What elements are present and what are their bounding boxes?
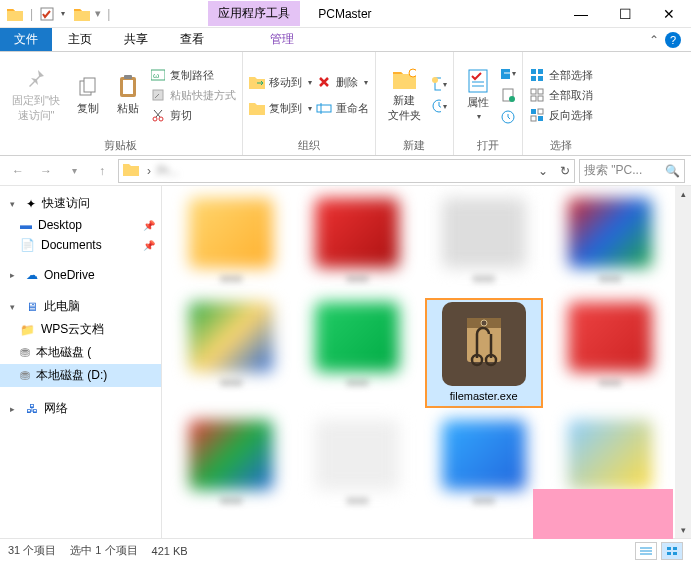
svg-rect-30: [531, 96, 536, 101]
sidebar-item-disk-d[interactable]: ⛃本地磁盘 (D:): [0, 364, 161, 387]
tab-manage[interactable]: 管理: [254, 28, 310, 51]
dropdown-icon[interactable]: ⌄: [538, 164, 548, 178]
delete-icon: [316, 74, 332, 90]
file-item[interactable]: xxxx: [551, 194, 669, 290]
tab-view[interactable]: 查看: [164, 28, 220, 51]
svg-point-38: [481, 320, 487, 326]
search-input[interactable]: 搜索 "PC... 🔍: [579, 159, 685, 183]
svg-point-10: [159, 117, 163, 121]
paste-shortcut-button[interactable]: 粘贴快捷方式: [150, 87, 236, 103]
file-item-selected[interactable]: filemaster.exe: [425, 298, 543, 408]
recent-dropdown[interactable]: ▾: [62, 159, 86, 183]
file-item[interactable]: xxxx: [172, 194, 290, 290]
new-folder-button[interactable]: 新建 文件夹: [382, 63, 427, 127]
tab-file[interactable]: 文件: [0, 28, 52, 51]
svg-point-15: [432, 77, 438, 83]
sidebar-item-network[interactable]: ▸🖧网络: [0, 397, 161, 420]
file-item[interactable]: xxxx: [172, 298, 290, 408]
file-item[interactable]: xxxx: [298, 416, 416, 512]
separator: |: [30, 7, 33, 21]
sidebar-item-this-pc[interactable]: ▾🖥此电脑: [0, 295, 161, 318]
titlebar: | ▾ ▾ | 应用程序工具 PCMaster — ☐ ✕: [0, 0, 691, 28]
sidebar-item-disk-c[interactable]: ⛃本地磁盘 (: [0, 341, 161, 364]
paste-button[interactable]: 粘贴: [110, 71, 146, 120]
folder-move-icon: [249, 74, 265, 90]
cut-button[interactable]: 剪切: [150, 107, 236, 123]
minimize-button[interactable]: —: [559, 0, 603, 28]
help-icon[interactable]: ?: [665, 32, 681, 48]
overflow-icon[interactable]: ▾: [95, 7, 101, 20]
pin-to-quick-access-button[interactable]: 固定到"快 速访问": [6, 63, 66, 127]
sidebar-item-quick-access[interactable]: ▾✦快速访问: [0, 192, 161, 215]
folder-icon: [123, 162, 141, 180]
copy-path-button[interactable]: ω复制路径: [150, 67, 236, 83]
address-field[interactable]: › Pr... ⌄ ↻: [118, 159, 575, 183]
ribbon-group-select: 选择: [550, 138, 572, 153]
checkbox-icon[interactable]: [39, 6, 55, 22]
easy-access-icon[interactable]: ▾: [431, 98, 447, 114]
file-item[interactable]: xxxx: [425, 416, 543, 512]
new-item-icon[interactable]: ▾: [431, 76, 447, 92]
select-none-button[interactable]: 全部取消: [529, 87, 593, 103]
select-all-button[interactable]: 全部选择: [529, 67, 593, 83]
file-item[interactable]: xxxx: [298, 298, 416, 408]
copy-to-button[interactable]: 复制到▾: [249, 100, 312, 116]
open-icon[interactable]: ▾: [500, 65, 516, 81]
desktop-icon: ▬: [20, 218, 32, 232]
history-icon[interactable]: [500, 109, 516, 125]
ribbon-group-organize: 组织: [298, 138, 320, 153]
thumbnails-view-button[interactable]: [661, 542, 683, 560]
separator: |: [107, 7, 110, 21]
chevron-down-icon: ▾: [477, 112, 481, 121]
rename-icon: [316, 100, 332, 116]
delete-button[interactable]: 删除▾: [316, 74, 369, 90]
close-button[interactable]: ✕: [647, 0, 691, 28]
collapse-ribbon-icon[interactable]: ⌃: [649, 33, 659, 47]
search-icon: 🔍: [665, 164, 680, 178]
svg-text:ω: ω: [153, 71, 159, 80]
copy-button[interactable]: 复制: [70, 71, 106, 120]
new-folder-icon: [392, 67, 416, 91]
sidebar-item-onedrive[interactable]: ▸☁OneDrive: [0, 265, 161, 285]
file-list[interactable]: xxxx xxxx xxxx xxxx xxxx xxxx filema: [162, 186, 691, 538]
svg-rect-32: [531, 109, 536, 114]
rename-button[interactable]: 重命名: [316, 100, 369, 116]
invert-selection-button[interactable]: 反向选择: [529, 107, 593, 123]
refresh-icon[interactable]: ↻: [560, 164, 570, 178]
status-size: 421 KB: [152, 545, 188, 557]
ribbon: 固定到"快 速访问" 复制 粘贴 ω复制路径 粘贴快捷方式 剪切 剪贴板 移动到…: [0, 52, 691, 156]
wps-icon: 📁: [20, 323, 35, 337]
select-all-icon: [529, 67, 545, 83]
scrollbar[interactable]: ▴ ▾: [675, 186, 691, 538]
scroll-down-icon[interactable]: ▾: [675, 522, 691, 538]
file-item[interactable]: xxxx: [425, 194, 543, 290]
svg-rect-45: [673, 547, 677, 550]
file-item[interactable]: xxxx: [551, 298, 669, 408]
tab-share[interactable]: 共享: [108, 28, 164, 51]
quick-access-toolbar: | ▾ ▾ |: [0, 5, 118, 23]
move-to-button[interactable]: 移动到▾: [249, 74, 312, 90]
back-button[interactable]: ←: [6, 159, 30, 183]
shortcut-icon: [150, 87, 166, 103]
ribbon-group-open: 打开: [477, 138, 499, 153]
chevron-down-icon[interactable]: ▾: [61, 9, 65, 18]
details-view-button[interactable]: [635, 542, 657, 560]
sidebar-item-wps[interactable]: 📁WPS云文档: [0, 318, 161, 341]
tab-home[interactable]: 主页: [52, 28, 108, 51]
edit-icon[interactable]: [500, 87, 516, 103]
file-item[interactable]: xxxx: [298, 194, 416, 290]
folder-copy-icon: [249, 100, 265, 116]
maximize-button[interactable]: ☐: [603, 0, 647, 28]
sidebar-item-desktop[interactable]: ▬Desktop📌: [0, 215, 161, 235]
scroll-up-icon[interactable]: ▴: [675, 186, 691, 202]
properties-icon: [466, 69, 490, 93]
up-button[interactable]: ↑: [90, 159, 114, 183]
disk-icon: ⛃: [20, 346, 30, 360]
svg-rect-26: [531, 76, 536, 81]
file-item[interactable]: xxxx: [172, 416, 290, 512]
folder-icon[interactable]: [6, 5, 24, 23]
sidebar-item-documents[interactable]: 📄Documents📌: [0, 235, 161, 255]
properties-button[interactable]: 属性▾: [460, 65, 496, 125]
folder-icon[interactable]: [73, 5, 91, 23]
forward-button[interactable]: →: [34, 159, 58, 183]
